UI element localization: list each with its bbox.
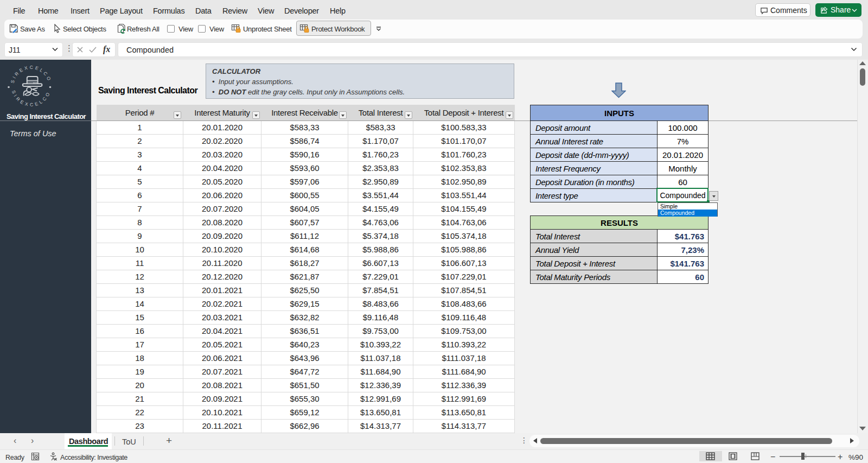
svg-text:SIREXCELCO: SIREXCELCO: [11, 90, 52, 107]
